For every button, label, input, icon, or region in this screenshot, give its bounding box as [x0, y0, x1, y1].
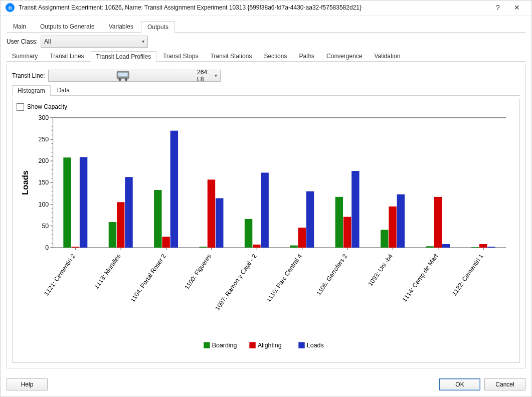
tab-transit-stops[interactable]: Transit Stops [157, 51, 204, 61]
legend-swatch [204, 342, 210, 348]
tab-main[interactable]: Main [7, 21, 33, 32]
tabs-view: HistogramData [12, 85, 520, 96]
help-title-button[interactable]: ? [488, 4, 507, 12]
tab-transit-lines[interactable]: Transit Lines [44, 51, 89, 61]
bar [351, 171, 359, 248]
category-label: 1093: Uni -b4 [367, 253, 394, 287]
bar [397, 194, 405, 248]
bar [208, 179, 215, 248]
category-label: 1121: Cementiri 2 [43, 253, 77, 297]
transit-line-label: Transit Line: [12, 72, 45, 79]
bar [253, 245, 260, 248]
chevron-down-icon: ▾ [142, 39, 144, 44]
tab-transit-load-profiles[interactable]: Transit Load Profiles [91, 51, 157, 62]
user-class-label: User Class: [7, 38, 38, 45]
bar [306, 191, 314, 247]
tab-outputs-to-generate[interactable]: Outputs to Generate [34, 21, 101, 32]
bar [290, 245, 297, 247]
outputs-pane: Transit Line: 264: L8 ▾ HistogramData Sh… [7, 65, 525, 368]
tab-sections[interactable]: Sections [258, 51, 292, 61]
bar [389, 207, 396, 248]
bar [72, 247, 79, 248]
svg-text:Loads: Loads [21, 170, 30, 195]
user-class-value: All [44, 38, 51, 45]
svg-text:50: 50 [42, 223, 49, 230]
bar [298, 228, 306, 248]
bar [199, 247, 207, 248]
category-label: 1097: Ramon y Cajal - 2 [214, 253, 258, 312]
category-label: 1122: Cementiri 1 [451, 253, 485, 297]
bar [170, 131, 178, 248]
svg-text:0: 0 [45, 244, 49, 251]
show-capacity-checkbox[interactable]: Show Capacity [17, 103, 515, 111]
tab-variables[interactable]: Variables [102, 21, 140, 32]
bar [80, 157, 87, 248]
user-class-select[interactable]: All ▾ [41, 36, 148, 48]
legend-swatch [249, 342, 255, 348]
category-label: 1104: Portal Roser 2 [129, 253, 167, 303]
bar [125, 177, 132, 248]
titlebar: n Transit Assignment Experiment: 10626, … [1, 1, 531, 16]
svg-text:100: 100 [39, 201, 49, 208]
svg-text:300: 300 [39, 114, 49, 121]
bar [487, 247, 495, 248]
bar [216, 198, 223, 247]
category-label: 1106: Garrofers 2 [315, 253, 348, 297]
app-icon: n [6, 3, 15, 12]
bar [63, 157, 71, 248]
tab-outputs[interactable]: Outputs [141, 21, 175, 33]
bar [479, 244, 487, 248]
dialog-content: MainOutputs to GenerateVariablesOutputs … [1, 16, 531, 374]
ok-button[interactable]: OK [439, 378, 480, 390]
category-label: 1114: Camp de Mart [401, 253, 440, 303]
bar [154, 190, 161, 248]
chevron-down-icon: ▾ [215, 73, 217, 78]
tab-data[interactable]: Data [52, 85, 75, 95]
legend-label: Loads [307, 342, 324, 349]
legend-label: Alighting [258, 342, 282, 349]
tab-paths[interactable]: Paths [293, 51, 320, 61]
bar [261, 172, 268, 247]
close-button[interactable]: ✕ [507, 4, 526, 12]
show-capacity-label: Show Capacity [27, 103, 67, 110]
histogram-pane: Show Capacity 050100150200250300Loads112… [12, 99, 520, 363]
transit-line-value: 264: L8 [197, 69, 215, 83]
tab-transit-stations[interactable]: Transit Stations [205, 51, 257, 61]
tabs-outputs: SummaryTransit LinesTransit Load Profile… [7, 51, 525, 62]
svg-text:250: 250 [39, 136, 49, 143]
help-button[interactable]: Help [7, 378, 48, 390]
category-label: 1113: Muralles [93, 253, 122, 290]
svg-point-2 [118, 78, 121, 81]
checkbox-box [17, 103, 24, 111]
bar [117, 202, 124, 248]
bar [335, 197, 343, 248]
bar [426, 246, 433, 248]
legend-label: Boarding [212, 342, 237, 349]
svg-rect-1 [118, 73, 127, 77]
bar [471, 247, 479, 248]
bar [245, 219, 252, 248]
tabs-main: MainOutputs to GenerateVariablesOutputs [7, 21, 525, 33]
tab-summary[interactable]: Summary [7, 51, 43, 61]
transit-line-select[interactable]: 264: L8 ▾ [48, 70, 221, 82]
chart: 050100150200250300Loads1121: Cementiri 2… [17, 113, 515, 358]
bar [434, 197, 442, 248]
dialog-footer: Help OK Cancel [1, 374, 531, 396]
bar [162, 237, 169, 248]
bar [442, 244, 450, 248]
bus-icon [52, 70, 194, 81]
window-title: Transit Assignment Experiment: 10626, Na… [19, 4, 488, 11]
svg-text:150: 150 [39, 179, 49, 186]
category-label: 1110: Parc Central 4 [265, 253, 303, 303]
tab-validation[interactable]: Validation [369, 51, 406, 61]
svg-text:200: 200 [39, 157, 49, 164]
svg-point-3 [125, 78, 127, 81]
bar [109, 222, 116, 248]
legend-swatch [298, 342, 304, 348]
tab-convergence[interactable]: Convergence [321, 51, 368, 61]
tab-histogram[interactable]: Histogram [12, 85, 51, 96]
bar [381, 230, 388, 247]
cancel-button[interactable]: Cancel [484, 378, 525, 390]
bar [343, 217, 351, 247]
category-label: 1100: Figueres [183, 253, 213, 291]
